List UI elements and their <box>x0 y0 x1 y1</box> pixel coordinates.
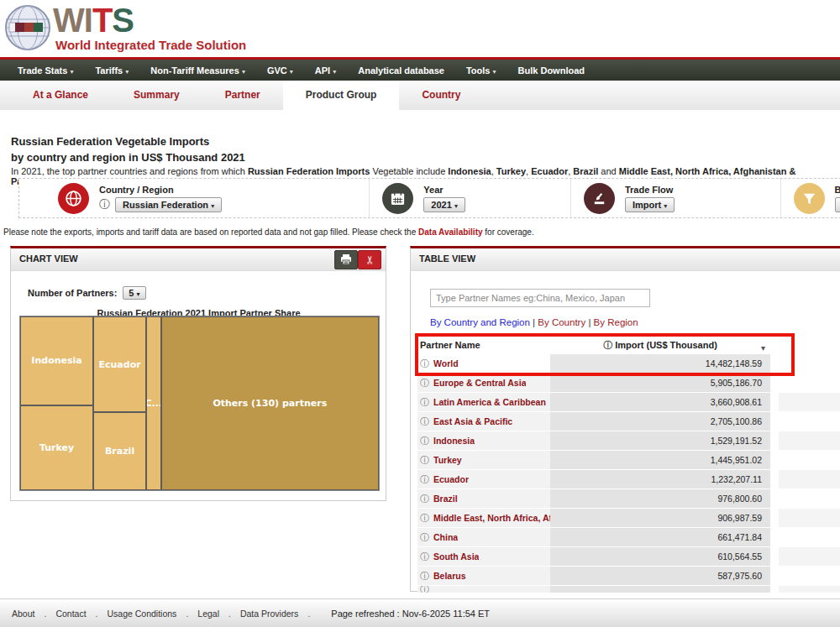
partner-name-link[interactable]: Latin America & Caribbean <box>433 397 546 407</box>
info-icon[interactable]: ⓘ <box>420 514 429 523</box>
partner-name-link[interactable]: Ecuador <box>433 474 469 484</box>
view-link-by-region[interactable]: By Region <box>594 317 638 327</box>
info-icon[interactable]: ⓘ <box>420 398 429 407</box>
wits-globe-logo <box>4 4 51 51</box>
import-value <box>550 586 770 593</box>
partner-name-link[interactable]: Middle East, North Africa, Afghanist <box>433 513 550 523</box>
footer-link-legal[interactable]: Legal <box>197 609 219 619</box>
partner-name-link[interactable]: Belarus <box>433 571 466 581</box>
table-row-partial: ⓘ <box>417 586 840 593</box>
info-icon[interactable]: ⓘ <box>420 456 429 465</box>
nav-item-tariffs[interactable]: Tariffs ▾ <box>84 65 139 76</box>
nav-item-bulk-download[interactable]: Bulk Download <box>507 65 596 76</box>
snapshot-button[interactable]: ✂ <box>358 250 381 269</box>
partner-name-link[interactable]: Indonesia <box>433 436 475 446</box>
subnav-tab-partner[interactable]: Partner <box>202 81 283 110</box>
table-view-title: TABLE VIEW <box>419 253 475 264</box>
data-availability-link[interactable]: Data Availability <box>418 227 483 237</box>
printer-icon <box>340 254 352 265</box>
footer-link-usage-conditions[interactable]: Usage Conditions <box>107 609 176 619</box>
info-icon[interactable]: ⓘ <box>420 436 429 446</box>
sub-navbar: At a GlanceSummaryPartnerProduct GroupCo… <box>0 81 840 110</box>
info-icon[interactable]: ⓘ <box>420 586 429 593</box>
nav-item-analytical-database[interactable]: Analytical database <box>347 65 455 76</box>
view-link-by-country-and-region[interactable]: By Country and Region <box>430 317 530 327</box>
wits-letter: T <box>92 2 112 39</box>
site-footer: About.Contact.Usage Conditions.Legal.Dat… <box>0 598 840 627</box>
treemap-block-others-130-partners[interactable]: Others (130) partners <box>161 316 379 490</box>
partner-name-link[interactable]: Brazil <box>433 494 458 504</box>
info-icon[interactable]: ⓘ <box>420 552 429 562</box>
data-note: Please note the exports, imports and tar… <box>3 227 534 237</box>
import-value: 14,482,148.59 <box>550 354 770 373</box>
table-row-world: ⓘWorld14,482,148.59 <box>417 354 840 373</box>
scissors-icon: ✂ <box>365 255 375 264</box>
nav-item-non-tariff-measures[interactable]: Non-Tariff Measures ▾ <box>139 65 256 76</box>
view-link-by-country[interactable]: By Country <box>538 317 585 327</box>
info-icon[interactable]: ⓘ <box>603 340 612 351</box>
partner-name-link[interactable]: Turkey <box>433 455 462 465</box>
partner-name-column-header[interactable]: Partner Name <box>417 340 550 350</box>
page-refreshed: Page refreshed : Nov-6-2025 11:54 ET <box>331 609 490 619</box>
import-value: 587,975.60 <box>550 567 770 585</box>
by-product-dropdown[interactable]: Product ▾ <box>835 197 840 212</box>
country-dropdown[interactable]: Russian Federation ▾ <box>115 197 222 212</box>
info-icon[interactable]: ⓘ <box>420 379 429 388</box>
tradeflow-dropdown[interactable]: Import ▾ <box>625 197 675 212</box>
funnel-icon <box>794 183 825 214</box>
filter-country-label: Country / Region <box>99 185 222 195</box>
import-value: 906,987.59 <box>550 509 770 527</box>
subnav-tab-at-a-glance[interactable]: At a Glance <box>10 81 111 110</box>
nav-item-trade-stats[interactable]: Trade Stats ▾ <box>7 65 84 76</box>
chevron-down-icon: ▾ <box>242 68 245 76</box>
subnav-tab-country[interactable]: Country <box>399 81 483 110</box>
chart-view-panel: CHART VIEW ✂ Number of Partners: 5 ▾ Rus… <box>10 246 386 501</box>
subnav-tab-summary[interactable]: Summary <box>111 81 202 110</box>
page-title: Russian Federation Vegetable Imports <box>11 135 209 148</box>
treemap-block-turkey[interactable]: Turkey <box>20 405 93 490</box>
treemap-block-indonesia[interactable]: Indonesia <box>20 316 93 405</box>
treemap-block-c[interactable]: C... <box>146 316 161 490</box>
info-icon[interactable]: ⓘ <box>420 417 429 426</box>
nav-item-api[interactable]: API ▾ <box>304 65 347 76</box>
year-dropdown[interactable]: 2021 ▾ <box>423 197 465 212</box>
wits-letter: S <box>112 2 134 39</box>
footer-link-data-providers[interactable]: Data Providers <box>240 609 298 619</box>
import-value: 2,705,100.86 <box>550 412 770 431</box>
partner-table: Partner Name ⓘ Import (US$ Thousand) ▾ ⓘ… <box>417 336 840 593</box>
import-column-header[interactable]: ⓘ Import (US$ Thousand) ▾ <box>550 340 770 350</box>
partners-count-select[interactable]: 5 ▾ <box>123 286 145 300</box>
info-icon[interactable]: ⓘ <box>420 494 429 504</box>
nav-item-gvc[interactable]: GVC ▾ <box>256 65 304 76</box>
table-view-header: TABLE VIEW <box>411 248 840 271</box>
partner-name-link[interactable]: China <box>433 532 458 542</box>
chart-view-header: CHART VIEW ✂ <box>11 248 386 271</box>
treemap-block-ecuador[interactable]: Ecuador <box>93 316 146 412</box>
sort-caret-icon[interactable]: ▾ <box>761 343 765 353</box>
info-icon[interactable]: ⓘ <box>99 199 110 210</box>
info-icon[interactable]: ⓘ <box>420 533 429 542</box>
partner-search-input[interactable] <box>430 289 650 307</box>
table-row-europe-central-asia: ⓘEurope & Central Asia5,905,186.70 <box>417 374 840 392</box>
partner-name-link[interactable]: World <box>433 358 459 368</box>
import-value: 5,905,186.70 <box>550 374 770 392</box>
partner-name-link[interactable]: South Asia <box>433 551 479 562</box>
treemap-block-brazil[interactable]: Brazil <box>93 412 146 490</box>
wits-acronym: WITS <box>53 3 134 37</box>
print-button[interactable] <box>334 250 358 269</box>
partner-name-link[interactable]: East Asia & Pacific <box>433 416 512 426</box>
table-row-belarus: ⓘBelarus587,975.60 <box>417 567 840 585</box>
subnav-tab-product-group[interactable]: Product Group <box>283 81 400 110</box>
footer-link-contact[interactable]: Contact <box>55 609 86 619</box>
wits-letter: WI <box>53 2 92 39</box>
filter-by-product: By Product ▾ <box>781 179 840 217</box>
number-of-partners-label: Number of Partners: <box>28 288 117 298</box>
partner-name-link[interactable]: Europe & Central Asia <box>433 378 526 388</box>
site-header: WITS World Integrated Trade Solution <box>0 0 840 57</box>
import-value: 1,232,207.11 <box>550 470 770 489</box>
footer-link-about[interactable]: About <box>12 609 34 619</box>
nav-item-tools[interactable]: Tools ▾ <box>455 65 507 76</box>
info-icon[interactable]: ⓘ <box>420 359 429 368</box>
info-icon[interactable]: ⓘ <box>420 475 429 484</box>
info-icon[interactable]: ⓘ <box>420 572 429 581</box>
